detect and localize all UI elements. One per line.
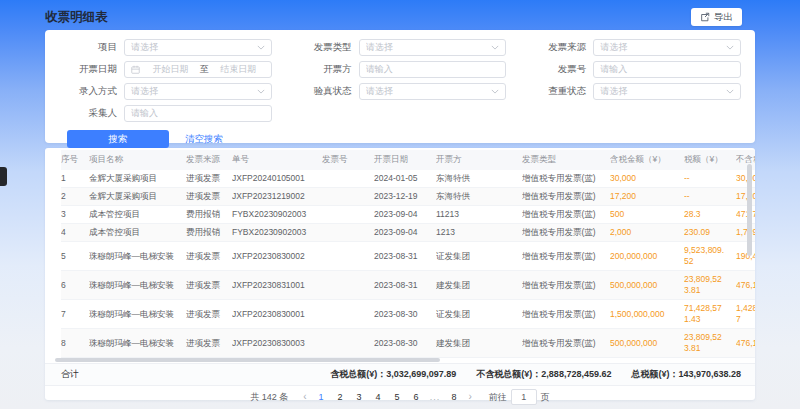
export-button[interactable]: 导出 xyxy=(691,8,742,26)
table-row[interactable]: 8珠穆朗玛峰—电梯安装进项发票JXFP202308300032023-08-30… xyxy=(61,329,755,358)
table-row[interactable]: 4成本管控项目费用报销FYBX202309020032023-09-041213… xyxy=(61,224,755,242)
chevron-down-icon xyxy=(257,89,265,94)
page-number-6[interactable]: 6 xyxy=(410,392,423,402)
collector-input[interactable]: 请输入 xyxy=(124,105,272,122)
duplicate-status-select[interactable]: 请选择 xyxy=(593,83,741,100)
cell-date: 2023-09-04 xyxy=(374,224,436,242)
column-header: 开票方 xyxy=(436,150,522,170)
column-header: 含税金额（¥） xyxy=(610,150,684,170)
cell-invoice_no xyxy=(322,188,374,206)
prev-page-button[interactable]: ‹ xyxy=(303,392,306,402)
cell-source: 进项发票 xyxy=(186,188,232,206)
invoice-type-select[interactable]: 请选择 xyxy=(359,39,507,56)
horizontal-scrollbar[interactable] xyxy=(55,358,440,362)
chevron-down-icon xyxy=(726,45,734,50)
cell-amount_excl: 471.7 xyxy=(736,206,755,224)
page-number-8[interactable]: 8 xyxy=(448,392,461,402)
invoicer-input[interactable]: 请输入 xyxy=(359,61,507,78)
page-number-1[interactable]: 1 xyxy=(315,392,328,402)
cell-type: 增值税专用发票(蓝) xyxy=(522,329,610,358)
export-button-label: 导出 xyxy=(714,11,733,24)
sidebar-handle[interactable] xyxy=(0,167,7,186)
cell-project: 金辉大厦采购项目 xyxy=(89,188,186,206)
cell-project: 珠穆朗玛峰—电梯安装 xyxy=(89,242,186,271)
cell-party: 建发集团 xyxy=(436,329,522,358)
invoice-table-card: 序号项目名称发票来源单号发票号开票日期开票方发票类型含税金额（¥）税额（¥）不含… xyxy=(45,148,755,400)
export-icon xyxy=(700,12,710,22)
cell-no: 5 xyxy=(61,242,89,271)
cell-date: 2023-08-31 xyxy=(374,242,436,271)
page-number-2[interactable]: 2 xyxy=(334,392,347,402)
filter-project: 项目 请选择 xyxy=(59,39,272,56)
column-header: 发票类型 xyxy=(522,150,610,170)
column-header: 单号 xyxy=(232,150,322,170)
cell-tax: 9,523,809.52 xyxy=(684,242,736,271)
cell-invoice_no xyxy=(322,329,374,358)
invoicer-label: 开票方 xyxy=(294,63,352,76)
cell-source: 进项发票 xyxy=(186,242,232,271)
table-scroll-area: 序号项目名称发票来源单号发票号开票日期开票方发票类型含税金额（¥）税额（¥）不含… xyxy=(45,150,755,358)
verify-status-select[interactable]: 请选择 xyxy=(359,83,507,100)
cell-type: 增值税专用发票(蓝) xyxy=(522,170,610,188)
table-row[interactable]: 7珠穆朗玛峰—电梯安装进项发票JXFP202308300012023-08-30… xyxy=(61,300,755,329)
filter-invoice-no: 发票号 请输入 xyxy=(528,61,741,78)
cell-date: 2023-12-19 xyxy=(374,188,436,206)
cell-no: 6 xyxy=(61,271,89,300)
horizontal-scrollbar-track xyxy=(45,358,755,363)
table-row[interactable]: 5珠穆朗玛峰—电梯安装进项发票JXFP202308300022023-08-31… xyxy=(61,242,755,271)
table-row[interactable]: 3成本管控项目费用报销FYBX202309020032023-09-041121… xyxy=(61,206,755,224)
table-row[interactable]: 6珠穆朗玛峰—电梯安装进项发票JXFP202308310012023-08-31… xyxy=(61,271,755,300)
vertical-scrollbar[interactable] xyxy=(747,164,752,256)
cell-type: 增值税专用发票(蓝) xyxy=(522,206,610,224)
page-number-5[interactable]: 5 xyxy=(391,392,404,402)
cell-project: 金辉大厦采购项目 xyxy=(89,170,186,188)
duplicate-status-label: 查重状态 xyxy=(528,85,586,98)
cell-source: 进项发票 xyxy=(186,170,232,188)
end-date-input[interactable]: 结束日期 xyxy=(212,63,265,76)
invoice-type-label: 发票类型 xyxy=(294,41,352,54)
filter-invoice-type: 发票类型 请选择 xyxy=(294,39,507,56)
cell-type: 增值税专用发票(蓝) xyxy=(522,271,610,300)
total-incl-tax: 含税总额(¥)：3,032,699,097.89 xyxy=(330,368,456,381)
cell-party: 证发集团 xyxy=(436,242,522,271)
cell-party: 1213 xyxy=(436,224,522,242)
entry-method-placeholder: 请选择 xyxy=(131,85,257,98)
invoice-source-select[interactable]: 请选择 xyxy=(593,39,741,56)
next-page-button[interactable]: › xyxy=(469,392,472,402)
cell-type: 增值税专用发票(蓝) xyxy=(522,242,610,271)
invoice-date-range[interactable]: 开始日期 至 结束日期 xyxy=(124,61,272,78)
cell-project: 珠穆朗玛峰—电梯安装 xyxy=(89,329,186,358)
jump-label: 前往 xyxy=(489,391,507,404)
page-number-3[interactable]: 3 xyxy=(353,392,366,402)
clear-search-link[interactable]: 清空搜索 xyxy=(185,133,223,146)
cell-amount_excl: 190,476,190.48 xyxy=(736,242,755,271)
page-ellipsis[interactable]: ... xyxy=(429,392,442,402)
project-select[interactable]: 请选择 xyxy=(124,39,272,56)
page-jump-input[interactable] xyxy=(511,389,537,405)
chevron-down-icon xyxy=(491,45,499,50)
page-number-4[interactable]: 4 xyxy=(372,392,385,402)
invoice-table: 序号项目名称发票来源单号发票号开票日期开票方发票类型含税金额（¥）税额（¥）不含… xyxy=(61,150,755,358)
filter-collector: 采集人 请输入 xyxy=(59,105,272,122)
cell-order_no: JXFP20231219002 xyxy=(232,188,322,206)
invoice-no-input[interactable]: 请输入 xyxy=(593,61,741,78)
cell-project: 珠穆朗玛峰—电梯安装 xyxy=(89,271,186,300)
page-header: 收票明细表 导出 xyxy=(45,6,755,28)
table-row[interactable]: 2金辉大厦采购项目进项发票JXFP202312190022023-12-19东海… xyxy=(61,188,755,206)
cell-amount_excl: 476,190,476.19 xyxy=(736,329,755,358)
filter-invoice-date: 开票日期 开始日期 至 结束日期 xyxy=(59,61,272,78)
invoice-type-placeholder: 请选择 xyxy=(366,41,492,54)
cell-source: 费用报销 xyxy=(186,206,232,224)
verify-status-placeholder: 请选择 xyxy=(366,85,492,98)
table-row[interactable]: 1金辉大厦采购项目进项发票JXFP202401050012024-01-05东海… xyxy=(61,170,755,188)
search-button[interactable]: 搜索 xyxy=(67,130,169,148)
collector-label: 采集人 xyxy=(59,107,117,120)
cell-type: 增值税专用发票(蓝) xyxy=(522,188,610,206)
entry-method-select[interactable]: 请选择 xyxy=(124,83,272,100)
cell-date: 2023-08-30 xyxy=(374,329,436,358)
cell-tax: 23,809,523.81 xyxy=(684,271,736,300)
filter-grid: 项目 请选择 发票类型 请选择 发票来源 xyxy=(59,39,741,122)
cell-invoice_no xyxy=(322,170,374,188)
cell-project: 成本管控项目 xyxy=(89,206,186,224)
start-date-input[interactable]: 开始日期 xyxy=(144,63,197,76)
